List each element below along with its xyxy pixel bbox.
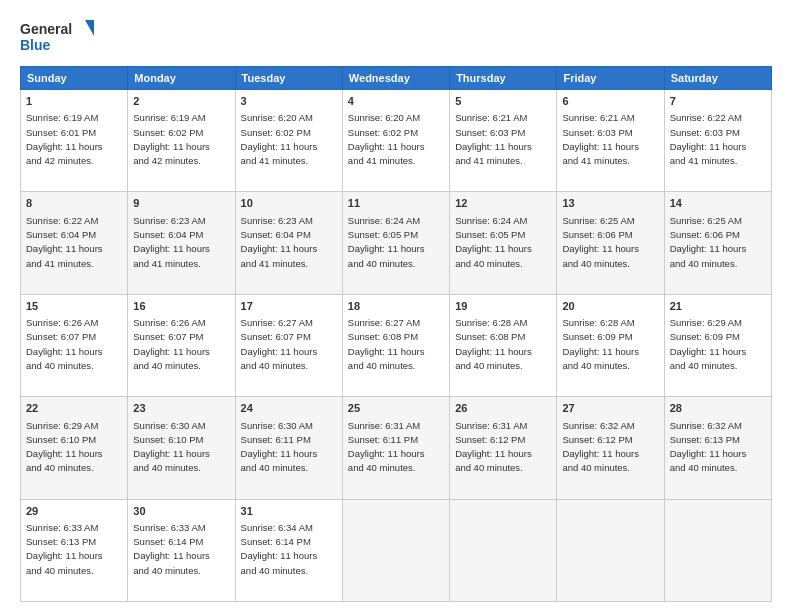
calendar-day-cell: 29 Sunrise: 6:33 AMSunset: 6:13 PMDaylig… — [21, 499, 128, 601]
calendar-day-cell: 26 Sunrise: 6:31 AMSunset: 6:12 PMDaylig… — [450, 397, 557, 499]
day-number: 29 — [26, 504, 122, 519]
calendar-header-row: SundayMondayTuesdayWednesdayThursdayFrid… — [21, 67, 772, 90]
logo-svg: General Blue — [20, 18, 100, 58]
day-number: 6 — [562, 94, 658, 109]
calendar-day-cell: 14 Sunrise: 6:25 AMSunset: 6:06 PMDaylig… — [664, 192, 771, 294]
calendar-day-cell: 25 Sunrise: 6:31 AMSunset: 6:11 PMDaylig… — [342, 397, 449, 499]
calendar-day-cell: 15 Sunrise: 6:26 AMSunset: 6:07 PMDaylig… — [21, 294, 128, 396]
day-info: Sunrise: 6:25 AMSunset: 6:06 PMDaylight:… — [670, 215, 747, 269]
day-number: 25 — [348, 401, 444, 416]
day-number: 21 — [670, 299, 766, 314]
day-number: 22 — [26, 401, 122, 416]
calendar-day-cell: 27 Sunrise: 6:32 AMSunset: 6:12 PMDaylig… — [557, 397, 664, 499]
day-number: 1 — [26, 94, 122, 109]
day-info: Sunrise: 6:27 AMSunset: 6:07 PMDaylight:… — [241, 317, 318, 371]
day-number: 20 — [562, 299, 658, 314]
day-number: 28 — [670, 401, 766, 416]
calendar-day-cell — [664, 499, 771, 601]
day-info: Sunrise: 6:22 AMSunset: 6:03 PMDaylight:… — [670, 112, 747, 166]
calendar-day-cell: 10 Sunrise: 6:23 AMSunset: 6:04 PMDaylig… — [235, 192, 342, 294]
day-info: Sunrise: 6:22 AMSunset: 6:04 PMDaylight:… — [26, 215, 103, 269]
calendar-day-cell: 13 Sunrise: 6:25 AMSunset: 6:06 PMDaylig… — [557, 192, 664, 294]
page: General Blue SundayMondayTuesdayWednesda… — [0, 0, 792, 612]
day-info: Sunrise: 6:23 AMSunset: 6:04 PMDaylight:… — [241, 215, 318, 269]
calendar-day-cell: 4 Sunrise: 6:20 AMSunset: 6:02 PMDayligh… — [342, 90, 449, 192]
calendar-day-cell: 28 Sunrise: 6:32 AMSunset: 6:13 PMDaylig… — [664, 397, 771, 499]
calendar-day-cell: 9 Sunrise: 6:23 AMSunset: 6:04 PMDayligh… — [128, 192, 235, 294]
calendar-day-header: Monday — [128, 67, 235, 90]
calendar-week-row: 29 Sunrise: 6:33 AMSunset: 6:13 PMDaylig… — [21, 499, 772, 601]
day-info: Sunrise: 6:31 AMSunset: 6:11 PMDaylight:… — [348, 420, 425, 474]
svg-text:General: General — [20, 21, 72, 37]
day-number: 24 — [241, 401, 337, 416]
day-info: Sunrise: 6:33 AMSunset: 6:13 PMDaylight:… — [26, 522, 103, 576]
calendar-week-row: 22 Sunrise: 6:29 AMSunset: 6:10 PMDaylig… — [21, 397, 772, 499]
calendar-day-cell: 19 Sunrise: 6:28 AMSunset: 6:08 PMDaylig… — [450, 294, 557, 396]
day-number: 3 — [241, 94, 337, 109]
day-info: Sunrise: 6:23 AMSunset: 6:04 PMDaylight:… — [133, 215, 210, 269]
day-info: Sunrise: 6:26 AMSunset: 6:07 PMDaylight:… — [133, 317, 210, 371]
day-info: Sunrise: 6:28 AMSunset: 6:09 PMDaylight:… — [562, 317, 639, 371]
svg-text:Blue: Blue — [20, 37, 51, 53]
day-number: 4 — [348, 94, 444, 109]
day-number: 19 — [455, 299, 551, 314]
day-info: Sunrise: 6:33 AMSunset: 6:14 PMDaylight:… — [133, 522, 210, 576]
day-number: 12 — [455, 196, 551, 211]
day-number: 16 — [133, 299, 229, 314]
calendar-day-cell: 1 Sunrise: 6:19 AMSunset: 6:01 PMDayligh… — [21, 90, 128, 192]
calendar-day-header: Tuesday — [235, 67, 342, 90]
calendar-day-cell — [450, 499, 557, 601]
calendar-day-cell: 7 Sunrise: 6:22 AMSunset: 6:03 PMDayligh… — [664, 90, 771, 192]
day-number: 26 — [455, 401, 551, 416]
calendar-day-header: Friday — [557, 67, 664, 90]
calendar-day-cell: 8 Sunrise: 6:22 AMSunset: 6:04 PMDayligh… — [21, 192, 128, 294]
day-number: 5 — [455, 94, 551, 109]
calendar-day-cell: 30 Sunrise: 6:33 AMSunset: 6:14 PMDaylig… — [128, 499, 235, 601]
day-number: 14 — [670, 196, 766, 211]
calendar-day-cell — [557, 499, 664, 601]
calendar-table: SundayMondayTuesdayWednesdayThursdayFrid… — [20, 66, 772, 602]
day-info: Sunrise: 6:28 AMSunset: 6:08 PMDaylight:… — [455, 317, 532, 371]
day-number: 18 — [348, 299, 444, 314]
day-info: Sunrise: 6:19 AMSunset: 6:01 PMDaylight:… — [26, 112, 103, 166]
day-info: Sunrise: 6:24 AMSunset: 6:05 PMDaylight:… — [455, 215, 532, 269]
day-info: Sunrise: 6:31 AMSunset: 6:12 PMDaylight:… — [455, 420, 532, 474]
day-info: Sunrise: 6:24 AMSunset: 6:05 PMDaylight:… — [348, 215, 425, 269]
calendar-day-header: Thursday — [450, 67, 557, 90]
calendar-day-cell — [342, 499, 449, 601]
day-info: Sunrise: 6:19 AMSunset: 6:02 PMDaylight:… — [133, 112, 210, 166]
calendar-day-cell: 12 Sunrise: 6:24 AMSunset: 6:05 PMDaylig… — [450, 192, 557, 294]
day-info: Sunrise: 6:32 AMSunset: 6:13 PMDaylight:… — [670, 420, 747, 474]
day-info: Sunrise: 6:25 AMSunset: 6:06 PMDaylight:… — [562, 215, 639, 269]
calendar-day-cell: 3 Sunrise: 6:20 AMSunset: 6:02 PMDayligh… — [235, 90, 342, 192]
day-info: Sunrise: 6:20 AMSunset: 6:02 PMDaylight:… — [348, 112, 425, 166]
day-number: 7 — [670, 94, 766, 109]
calendar-day-cell: 6 Sunrise: 6:21 AMSunset: 6:03 PMDayligh… — [557, 90, 664, 192]
day-info: Sunrise: 6:29 AMSunset: 6:10 PMDaylight:… — [26, 420, 103, 474]
calendar-day-cell: 17 Sunrise: 6:27 AMSunset: 6:07 PMDaylig… — [235, 294, 342, 396]
calendar-day-cell: 22 Sunrise: 6:29 AMSunset: 6:10 PMDaylig… — [21, 397, 128, 499]
day-number: 31 — [241, 504, 337, 519]
logo: General Blue — [20, 18, 100, 58]
calendar-day-header: Sunday — [21, 67, 128, 90]
day-number: 9 — [133, 196, 229, 211]
calendar-week-row: 8 Sunrise: 6:22 AMSunset: 6:04 PMDayligh… — [21, 192, 772, 294]
calendar-day-cell: 21 Sunrise: 6:29 AMSunset: 6:09 PMDaylig… — [664, 294, 771, 396]
day-number: 23 — [133, 401, 229, 416]
day-info: Sunrise: 6:34 AMSunset: 6:14 PMDaylight:… — [241, 522, 318, 576]
day-number: 15 — [26, 299, 122, 314]
day-number: 30 — [133, 504, 229, 519]
day-info: Sunrise: 6:30 AMSunset: 6:10 PMDaylight:… — [133, 420, 210, 474]
calendar-body: 1 Sunrise: 6:19 AMSunset: 6:01 PMDayligh… — [21, 90, 772, 602]
day-info: Sunrise: 6:30 AMSunset: 6:11 PMDaylight:… — [241, 420, 318, 474]
day-number: 27 — [562, 401, 658, 416]
calendar-week-row: 15 Sunrise: 6:26 AMSunset: 6:07 PMDaylig… — [21, 294, 772, 396]
calendar-day-cell: 20 Sunrise: 6:28 AMSunset: 6:09 PMDaylig… — [557, 294, 664, 396]
header: General Blue — [20, 18, 772, 58]
day-info: Sunrise: 6:21 AMSunset: 6:03 PMDaylight:… — [562, 112, 639, 166]
day-number: 8 — [26, 196, 122, 211]
day-number: 13 — [562, 196, 658, 211]
calendar-day-cell: 31 Sunrise: 6:34 AMSunset: 6:14 PMDaylig… — [235, 499, 342, 601]
calendar-day-cell: 2 Sunrise: 6:19 AMSunset: 6:02 PMDayligh… — [128, 90, 235, 192]
day-info: Sunrise: 6:21 AMSunset: 6:03 PMDaylight:… — [455, 112, 532, 166]
